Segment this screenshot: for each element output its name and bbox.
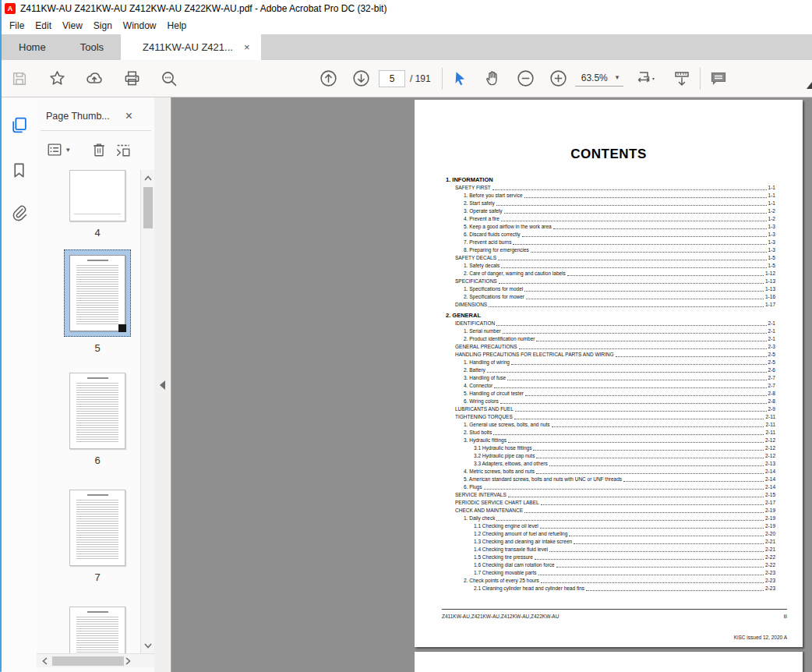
vertical-scroll-thumb[interactable] bbox=[143, 187, 153, 228]
collapse-panel-icon[interactable] bbox=[160, 380, 165, 390]
fit-width-button[interactable] bbox=[633, 69, 659, 89]
toc-entry: 2. Battery2-6 bbox=[446, 366, 775, 374]
previous-page-button[interactable] bbox=[318, 69, 338, 89]
panel-header: Page Thumb... × bbox=[37, 104, 140, 129]
toc-entry: SPECIFICATIONS1-13 bbox=[446, 278, 775, 285]
panel-close-button[interactable]: × bbox=[125, 109, 132, 123]
delete-page-button[interactable] bbox=[90, 141, 108, 158]
title-bar: A Z411KW-AU Z421KW-AU Z412KW-AU Z422KW-A… bbox=[2, 0, 812, 17]
toc-entry: SERVICE INTERVALS2-15 bbox=[446, 491, 775, 499]
toc-entry: 1. Daily check2-19 bbox=[446, 515, 775, 522]
insert-page-icon bbox=[114, 141, 132, 158]
share-cloud-button[interactable] bbox=[84, 69, 104, 89]
insert-page-button[interactable] bbox=[114, 141, 132, 158]
thumbnail-image[interactable] bbox=[64, 249, 131, 337]
scroll-up-arrow[interactable] bbox=[141, 172, 155, 184]
clipped-panel-icon bbox=[139, 141, 140, 158]
chevron-right-icon bbox=[125, 657, 131, 665]
chevron-down-icon: ▾ bbox=[66, 147, 70, 154]
pdf-page-6-partial[interactable] bbox=[415, 652, 803, 672]
toc-entry: 6. Wiring colors2-8 bbox=[446, 398, 775, 405]
thumbnail-image[interactable] bbox=[69, 373, 125, 449]
menu-file[interactable]: File bbox=[6, 19, 32, 33]
tab-bar: Home Tools Z411KW-AU Z421... × bbox=[2, 34, 812, 60]
toc-entry: 6. Discard fluids correctly1-3 bbox=[446, 231, 775, 239]
attachments-panel-button[interactable] bbox=[2, 194, 37, 230]
menu-window[interactable]: Window bbox=[120, 19, 164, 33]
menu-edit[interactable]: Edit bbox=[32, 19, 59, 33]
print-button[interactable] bbox=[122, 69, 142, 89]
clipped-toolbar-icon bbox=[807, 82, 812, 89]
tab-home[interactable]: Home bbox=[2, 34, 63, 60]
thumbnail-image[interactable] bbox=[69, 170, 125, 221]
options-list-icon bbox=[46, 141, 63, 158]
page-thumbnails-icon bbox=[9, 115, 29, 135]
comment-button[interactable] bbox=[708, 69, 729, 89]
thumbnail-page-number: 7 bbox=[94, 571, 100, 583]
thumbnail-page-7[interactable]: 7 bbox=[69, 490, 125, 583]
toc-entry: SAFETY FIRST1-1 bbox=[446, 184, 775, 192]
zoom-out-button[interactable] bbox=[516, 69, 536, 89]
plus-circle-icon bbox=[549, 69, 568, 88]
thumbnail-vertical-scrollbar[interactable] bbox=[140, 170, 154, 653]
thumbnail-page-5[interactable]: 5 bbox=[64, 249, 131, 354]
toc-entry: 5. Handling of circuit tester2-8 bbox=[446, 390, 775, 398]
main-area: Page Thumb... × ▾ 4567 bbox=[2, 97, 812, 672]
search-button[interactable] bbox=[159, 69, 179, 89]
search-icon bbox=[160, 69, 178, 88]
thumbnail-text-lines bbox=[76, 500, 118, 559]
menu-help[interactable]: Help bbox=[164, 19, 195, 33]
footer-rule bbox=[442, 609, 787, 610]
panel-collapse-strip[interactable] bbox=[154, 97, 171, 672]
favorite-star-button[interactable] bbox=[47, 69, 67, 89]
next-page-button[interactable] bbox=[351, 69, 371, 89]
thumbnail-page-number: 6 bbox=[94, 454, 100, 466]
panel-title: Page Thumb... bbox=[46, 111, 125, 122]
toc-entry: 3. Hydraulic fittings2-12 bbox=[446, 437, 775, 444]
toc-entry: 2. Stud bolts2-11 bbox=[446, 429, 775, 437]
hand-tool-button[interactable] bbox=[483, 69, 503, 89]
menu-sign[interactable]: Sign bbox=[90, 19, 120, 33]
scroll-down-arrow[interactable] bbox=[141, 639, 155, 652]
tab-tools[interactable]: Tools bbox=[63, 34, 121, 60]
horizontal-scroll-thumb[interactable] bbox=[52, 656, 124, 666]
minus-circle-icon bbox=[516, 69, 535, 88]
cloud-upload-icon bbox=[85, 69, 104, 88]
page-number-input[interactable] bbox=[379, 70, 405, 87]
thumbnail-page-6[interactable]: 6 bbox=[69, 373, 125, 466]
toc-entry: 2. Specifications for mower1-16 bbox=[446, 293, 775, 301]
save-button[interactable] bbox=[9, 69, 30, 89]
thumbnail-options-button[interactable]: ▾ bbox=[46, 141, 70, 158]
thumbnail-horizontal-scrollbar[interactable] bbox=[37, 653, 154, 667]
star-icon bbox=[48, 69, 66, 87]
menu-view[interactable]: View bbox=[59, 19, 90, 33]
toc-entry: 1. Handling of wiring2-5 bbox=[446, 359, 775, 366]
pdf-page-5[interactable]: CONTENTS 1. INFORMATIONSAFETY FIRST1-11.… bbox=[415, 100, 803, 647]
thumbnail-page-8[interactable]: 8 bbox=[69, 607, 125, 653]
panel-divider bbox=[41, 130, 151, 131]
thumbnail-page-preview bbox=[69, 255, 125, 331]
chevron-down-icon: ▾ bbox=[616, 74, 620, 81]
thumbnail-image[interactable] bbox=[69, 490, 125, 566]
thumbnail-page-4[interactable]: 4 bbox=[69, 170, 125, 239]
thumbnail-page-preview bbox=[69, 490, 125, 566]
thumbnail-image[interactable] bbox=[69, 607, 125, 653]
zoom-level-dropdown[interactable]: 63.5% ▾ bbox=[575, 71, 624, 87]
tab-close-icon[interactable]: × bbox=[244, 42, 250, 52]
toc-entry: 1.6 Checking dial cam rotation force2-22 bbox=[446, 561, 775, 569]
toc-entry: IDENTIFICATION2-1 bbox=[446, 320, 775, 327]
page-scrolling-button[interactable] bbox=[672, 69, 692, 89]
toc-entry: 4. Metric screws, bolts and nuts2-14 bbox=[446, 468, 775, 476]
navigation-rail bbox=[2, 97, 37, 672]
document-canvas[interactable]: CONTENTS 1. INFORMATIONSAFETY FIRST1-11.… bbox=[171, 97, 812, 672]
select-tool-button[interactable] bbox=[450, 69, 471, 89]
bookmarks-panel-button[interactable] bbox=[2, 152, 37, 188]
fit-width-icon bbox=[636, 69, 656, 88]
page-thumbnails-panel-button[interactable] bbox=[2, 107, 37, 143]
tab-document[interactable]: Z411KW-AU Z421... × bbox=[121, 34, 261, 60]
toc-section-heading: 2. GENERAL bbox=[446, 312, 775, 320]
toolbar-divider bbox=[700, 68, 701, 90]
zoom-in-button[interactable] bbox=[549, 69, 569, 89]
scroll-left-arrow[interactable] bbox=[38, 654, 51, 668]
scroll-right-arrow[interactable] bbox=[122, 654, 134, 668]
